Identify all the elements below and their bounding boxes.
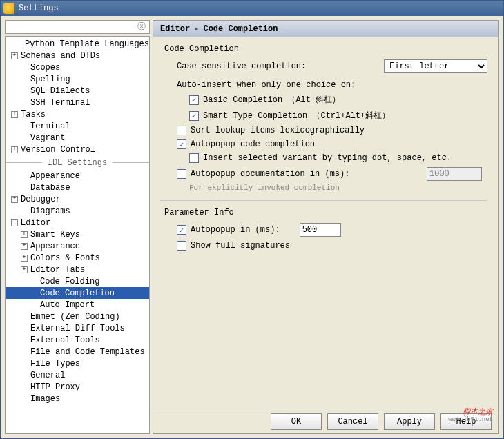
tree-item[interactable]: Code Completion (6, 287, 149, 299)
tree-item[interactable]: Auto Import (6, 299, 149, 311)
tree-item[interactable]: File and Code Templates (6, 346, 149, 358)
tree-item-label: Images (30, 394, 60, 404)
section-code-completion: Code Completion (164, 44, 487, 54)
right-panel: Editor ▸ Code Completion Code Completion… (153, 20, 499, 434)
window-title: Settings (19, 3, 59, 13)
cancel-button[interactable]: Cancel (327, 413, 378, 430)
divider (160, 200, 487, 201)
tree-item[interactable]: General (6, 369, 149, 381)
chevron-right-icon: ▸ (194, 23, 199, 34)
tree-item[interactable]: Code Folding (6, 275, 149, 287)
sort-lookup-checkbox[interactable] (177, 126, 186, 135)
tree-item[interactable]: SQL Dialects (6, 85, 149, 97)
sort-lookup-label: Sort lookup items lexicographically (191, 126, 365, 135)
search-box: ⓧ (5, 20, 150, 34)
basic-completion-label: Basic Completion （Alt+斜杠） (203, 94, 340, 106)
expand-icon[interactable]: + (11, 111, 18, 118)
case-sensitive-label: Case sensitive completion: (177, 61, 306, 71)
tree-item[interactable]: Images (6, 393, 149, 404)
show-full-signatures-checkbox[interactable] (177, 241, 186, 251)
tree-item[interactable]: +Smart Keys (6, 228, 149, 240)
dialog-body: ⓧ Python Template Languages+Schemas and … (1, 16, 503, 438)
clear-search-icon[interactable]: ⓧ (137, 22, 146, 32)
tree-item-label: Database (30, 183, 70, 193)
tree-item[interactable]: +Version Control (6, 144, 149, 155)
tree-item-label: External Diff Tools (30, 324, 125, 333)
app-icon (3, 3, 14, 14)
settings-dialog: Settings ⓧ Python Template Languages+Sch… (0, 0, 504, 439)
smart-completion-checkbox[interactable]: ✓ (189, 111, 199, 121)
tree-item[interactable]: Appearance (6, 170, 149, 182)
tree-item-label: External Tools (30, 335, 100, 345)
tree-item[interactable]: +Appearance (6, 240, 149, 252)
tree-item[interactable]: External Tools (6, 334, 149, 346)
expand-icon[interactable]: + (21, 231, 28, 238)
tree-item[interactable]: +Debugger (6, 193, 149, 205)
tree-item[interactable]: File Types (6, 358, 149, 369)
autopopup-code-checkbox[interactable]: ✓ (177, 139, 186, 149)
tree-item[interactable]: +Colors & Fonts (6, 252, 149, 264)
tree-item[interactable]: HTTP Proxy (6, 381, 149, 393)
case-sensitive-select[interactable]: First letter (384, 59, 487, 73)
help-button[interactable]: Help (440, 413, 492, 430)
tree-item[interactable]: Diagrams (6, 205, 149, 217)
expand-icon[interactable]: + (11, 52, 18, 59)
breadcrumb: Editor ▸ Code Completion (153, 21, 498, 37)
expand-icon[interactable]: + (11, 146, 18, 153)
content-area: Code Completion Case sensitive completio… (153, 37, 498, 409)
tree-item[interactable]: Vagrant (6, 132, 149, 144)
ok-button[interactable]: OK (271, 413, 322, 430)
tree-item[interactable]: Python Template Languages (6, 38, 149, 50)
tree-item[interactable]: External Diff Tools (6, 322, 149, 334)
search-input[interactable] (8, 22, 137, 32)
tree-item[interactable]: Terminal (6, 120, 149, 132)
basic-completion-checkbox[interactable]: ✓ (189, 95, 199, 105)
autopopup-in-checkbox[interactable]: ✓ (177, 225, 186, 235)
tree-item[interactable]: Scopes (6, 61, 149, 73)
tree-item[interactable]: +Editor Tabs (6, 264, 149, 275)
autopopup-doc-checkbox[interactable] (177, 169, 186, 179)
expand-icon[interactable]: + (21, 266, 28, 273)
tree-item-label: Vagrant (30, 133, 65, 143)
tree-item-label: File Types (30, 359, 80, 369)
tree-item-label: Debugger (21, 195, 61, 204)
tree-item-label: Emmet (Zen Coding) (30, 312, 120, 322)
settings-tree[interactable]: Python Template Languages+Schemas and DT… (5, 36, 150, 434)
collapse-icon[interactable]: - (11, 220, 18, 226)
insert-variant-checkbox[interactable] (189, 153, 199, 163)
show-full-signatures-label: Show full signatures (191, 241, 290, 251)
autopopup-doc-input (427, 167, 482, 181)
tree-item-label: HTTP Proxy (30, 382, 80, 392)
auto-insert-label: Auto-insert when only one choice on: (164, 80, 487, 90)
tree-item-label: Version Control (21, 145, 95, 155)
tree-item-label: Scopes (30, 63, 60, 72)
expand-icon[interactable]: + (21, 243, 28, 250)
apply-button[interactable]: Apply (384, 413, 435, 430)
breadcrumb-root: Editor (160, 24, 190, 34)
tree-item-label: Spelling (30, 75, 70, 84)
autopopup-in-input[interactable] (300, 223, 341, 237)
tree-item[interactable]: +Schemas and DTDs (6, 50, 149, 61)
tree-item[interactable]: Database (6, 182, 149, 193)
tree-item[interactable]: Spelling (6, 73, 149, 85)
tree-item-label: Code Folding (40, 277, 99, 286)
tree-item[interactable]: SSH Terminal (6, 97, 149, 108)
tree-item[interactable]: -Editor (6, 217, 149, 228)
breadcrumb-current: Code Completion (203, 24, 278, 34)
tree-item-label: Diagrams (30, 206, 70, 216)
tree-item-label: SSH Terminal (30, 98, 90, 108)
expand-icon[interactable]: + (21, 255, 28, 262)
tree-item[interactable]: +Tasks (6, 108, 149, 120)
tree-item-label: Appearance (30, 171, 80, 181)
autopopup-doc-sublabel: For explicitly invoked completion (164, 184, 487, 192)
tree-item-label: Smart Keys (30, 230, 80, 240)
tree-item[interactable]: Emmet (Zen Coding) (6, 311, 149, 322)
expand-icon[interactable]: + (11, 196, 18, 203)
autopopup-doc-label: Autopopup documentation in (ms): (191, 169, 349, 179)
tree-section-label: IDE Settings (42, 158, 113, 168)
tree-item-label: SQL Dialects (30, 86, 90, 96)
tree-item-label: General (30, 371, 65, 380)
titlebar: Settings (1, 1, 503, 16)
tree-item-label: Appearance (30, 242, 80, 251)
tree-item-label: Schemas and DTDs (21, 51, 100, 61)
